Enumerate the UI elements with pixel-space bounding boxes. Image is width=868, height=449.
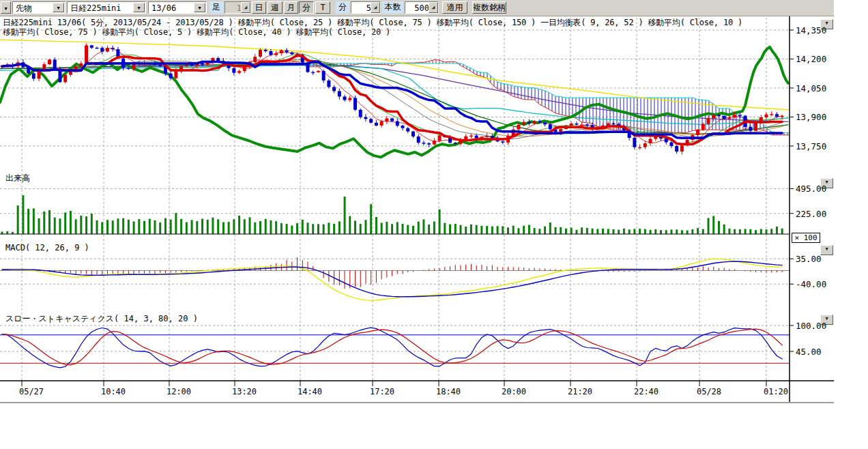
x-axis-label: 18:40 bbox=[436, 387, 461, 396]
stoch-axis-label: 45.00 bbox=[796, 347, 822, 357]
x-axis-label: 20:00 bbox=[502, 387, 526, 396]
x-axis-label: 10:40 bbox=[101, 387, 126, 396]
x-axis-label: 05/28 bbox=[697, 387, 721, 396]
chevron-down-icon: ▼ bbox=[825, 246, 828, 252]
chart-canvas[interactable] bbox=[0, 0, 868, 449]
volume-axis-label: 495.00 bbox=[796, 184, 826, 194]
x-axis-label: 21:20 bbox=[568, 387, 592, 396]
macd-axis-label: 35.00 bbox=[796, 254, 822, 264]
macd-panel-label: MACD( 12, 26, 9 ) bbox=[5, 243, 89, 252]
volume-panel-label: 出来高 bbox=[5, 173, 30, 184]
x-axis-label: 22:40 bbox=[634, 387, 659, 396]
chart-application-window: ▼ 先物 ▼ 日経225mini ▼ 13/06 ▼ 足 1 ◢ 日 週 月 分… bbox=[0, 0, 868, 449]
price-axis-label: 14,350 bbox=[796, 25, 826, 35]
stoch-axis-label: 100.00 bbox=[796, 321, 826, 331]
price-axis-label: 14,050 bbox=[796, 83, 826, 93]
x-axis-label: 13:20 bbox=[232, 387, 257, 396]
x-axis-label: 01:20 bbox=[764, 387, 788, 396]
stochastics-panel-label: スロー・ストキャスティクス( 14, 3, 80, 20 ) bbox=[5, 313, 198, 325]
x-axis-label: 05/27 bbox=[19, 387, 44, 396]
macd-panel-dropdown-button[interactable]: ▼ bbox=[820, 245, 833, 255]
x-axis-label: 12:00 bbox=[167, 387, 191, 396]
price-axis-label: 14,200 bbox=[796, 54, 826, 64]
volume-axis-label: 225.00 bbox=[796, 208, 826, 218]
x-axis-label: 14:40 bbox=[298, 387, 322, 396]
macd-axis-label: -40.00 bbox=[796, 279, 826, 289]
x-axis-label: 17:20 bbox=[370, 387, 394, 396]
volume-multiplier-badge: × 100 bbox=[792, 233, 820, 243]
price-axis-label: 13,750 bbox=[796, 141, 826, 151]
price-axis-label: 13,900 bbox=[796, 112, 826, 122]
